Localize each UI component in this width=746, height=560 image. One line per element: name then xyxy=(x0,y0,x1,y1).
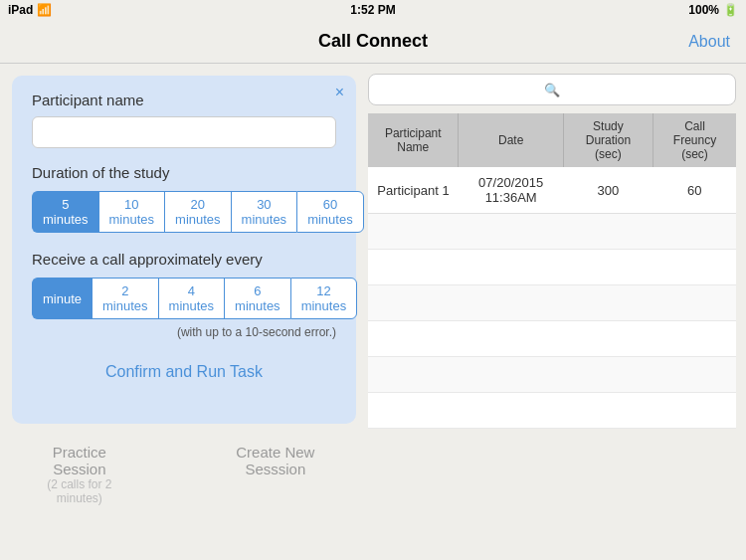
table-row-empty-3 xyxy=(368,285,736,321)
header: Call Connect About xyxy=(0,20,746,64)
practice-session-label: Practice Session xyxy=(28,444,131,477)
practice-session-button[interactable]: Practice Session (2 calls for 2 minutes) xyxy=(28,444,131,505)
about-button[interactable]: About xyxy=(688,33,730,51)
battery-icon: 🔋 xyxy=(723,3,738,17)
participant-label: Participant name xyxy=(32,92,336,108)
data-table: Participant Name Date Study Duration (se… xyxy=(368,113,736,429)
bottom-buttons: Practice Session (2 calls for 2 minutes)… xyxy=(12,432,356,517)
cell-call-frequency: 60 xyxy=(653,167,736,214)
duration-btn-60min[interactable]: 60 minutes xyxy=(296,191,364,233)
table-header-row: Participant Name Date Study Duration (se… xyxy=(368,113,736,167)
table-row-empty-5 xyxy=(368,357,736,393)
table-row-empty-4 xyxy=(368,321,736,357)
col-call-frequency: Call Freuncy (sec) xyxy=(653,113,736,167)
duration-btn-10min[interactable]: 10 minutes xyxy=(98,191,165,233)
table-row-empty-2 xyxy=(368,250,736,285)
table-row: Participant 1 07/20/2015 11:36AM 300 60 xyxy=(368,167,736,214)
search-bar[interactable]: 🔍 xyxy=(368,74,736,105)
table-row-empty-1 xyxy=(368,214,736,250)
form-card: × Participant name Duration of the study… xyxy=(12,76,356,424)
error-note: (with up to a 10-second error.) xyxy=(32,325,336,339)
col-study-duration: Study Duration (sec) xyxy=(563,113,653,167)
left-panel: × Participant name Duration of the study… xyxy=(0,64,368,560)
status-left: iPad 📶 xyxy=(8,3,52,17)
duration-label: Duration of the study xyxy=(32,164,336,181)
duration-button-group: 5 minutes 10 minutes 20 minutes 30 minut… xyxy=(32,191,336,233)
cell-study-duration: 300 xyxy=(563,167,653,214)
col-participant-name: Participant Name xyxy=(368,113,459,167)
status-time: 1:52 PM xyxy=(350,3,395,17)
confirm-run-button[interactable]: Confirm and Run Task xyxy=(32,363,336,381)
search-icon: 🔍 xyxy=(544,83,560,97)
cell-participant-name: Participant 1 xyxy=(368,167,459,214)
close-button[interactable]: × xyxy=(335,84,344,101)
battery-label: 100% xyxy=(688,3,719,17)
main-content: × Participant name Duration of the study… xyxy=(0,64,746,560)
cell-date: 07/20/2015 11:36AM xyxy=(459,167,563,214)
create-new-session-button[interactable]: Create New Sesssion xyxy=(211,444,340,505)
practice-session-sub: (2 calls for 2 minutes) xyxy=(28,477,131,505)
create-new-session-label: Create New Sesssion xyxy=(211,444,340,477)
call-freq-label: Receive a call approximately every xyxy=(32,251,336,268)
call-freq-button-group: minute 2 minutes 4 minutes 6 minutes 12 … xyxy=(32,278,336,319)
page-title: Call Connect xyxy=(318,31,428,52)
freq-btn-4min[interactable]: 4 minutes xyxy=(158,278,225,319)
duration-btn-20min[interactable]: 20 minutes xyxy=(164,191,231,233)
wifi-icon: 📶 xyxy=(37,3,52,17)
freq-btn-2min[interactable]: 2 minutes xyxy=(92,278,158,319)
freq-btn-12min[interactable]: 12 minutes xyxy=(290,278,358,319)
duration-btn-5min[interactable]: 5 minutes xyxy=(32,191,98,233)
right-panel: 🔍 Participant Name Date Study Duration (… xyxy=(368,64,746,560)
table-row-empty-6 xyxy=(368,393,736,429)
col-date: Date xyxy=(459,113,563,167)
status-right: 100% 🔋 xyxy=(688,3,738,17)
freq-btn-1min[interactable]: minute xyxy=(32,278,92,319)
duration-btn-30min[interactable]: 30 minutes xyxy=(231,191,297,233)
freq-btn-6min[interactable]: 6 minutes xyxy=(224,278,290,319)
status-bar: iPad 📶 1:52 PM 100% 🔋 xyxy=(0,0,746,20)
participant-input[interactable] xyxy=(32,116,336,148)
ipad-label: iPad xyxy=(8,3,33,17)
